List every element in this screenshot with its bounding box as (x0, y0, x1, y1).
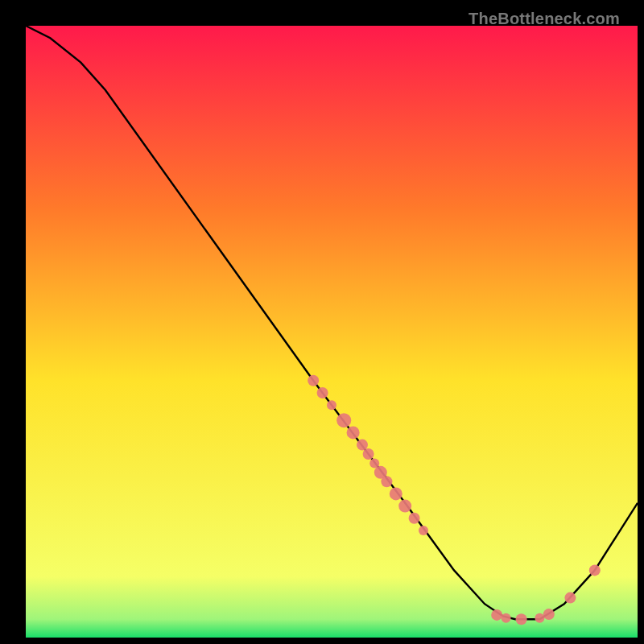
data-point (398, 500, 411, 513)
data-point (336, 413, 351, 427)
watermark-text: TheBottleneck.com (469, 10, 620, 28)
data-point (502, 613, 511, 623)
data-point (409, 513, 420, 524)
data-point (419, 526, 428, 535)
data-point (308, 375, 319, 386)
data-point (363, 448, 374, 460)
data-point (543, 609, 555, 620)
data-point (381, 476, 392, 487)
data-point (390, 487, 402, 500)
data-point (516, 613, 527, 625)
data-point (317, 387, 328, 398)
plot-area (26, 26, 638, 638)
data-point (347, 426, 360, 439)
data-point (327, 400, 336, 410)
data-point (491, 609, 502, 621)
data-point (357, 440, 368, 451)
gradient-background (26, 26, 638, 638)
chart-svg (26, 26, 638, 638)
data-point (535, 613, 544, 623)
data-point (564, 592, 576, 604)
chart-frame: TheBottleneck.com (10, 10, 634, 634)
data-point (589, 564, 601, 576)
